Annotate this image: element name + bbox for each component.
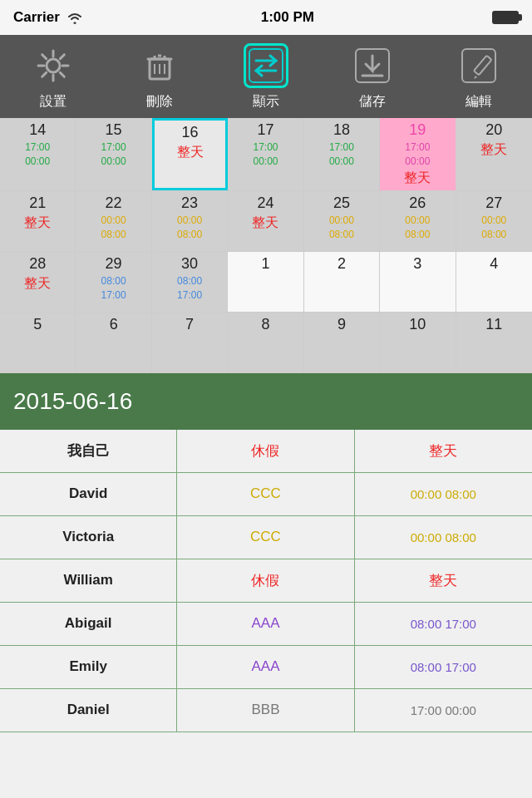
cal-day-25[interactable]: 25 00:0008:00 — [304, 191, 380, 251]
cal-day-20[interactable]: 20 整天 — [456, 118, 532, 190]
display-button[interactable]: 顯示 — [213, 43, 319, 111]
cal-day-num: 28 — [29, 255, 46, 273]
cal-day-23[interactable]: 23 00:0008:00 — [152, 191, 228, 251]
schedule-row-abigail[interactable]: Abigail AAA 08:00 17:00 — [0, 603, 532, 646]
settings-button[interactable]: 設置 — [0, 43, 106, 111]
swap-icon — [244, 43, 288, 88]
cal-day-27[interactable]: 27 00:0008:00 — [456, 191, 532, 251]
battery-icon — [492, 11, 519, 24]
cal-day-3[interactable]: 3 — [380, 252, 456, 312]
cal-day-num: 5 — [33, 316, 42, 333]
cal-day-num: 16 — [182, 124, 199, 141]
carrier-label: Carrier — [13, 9, 60, 26]
schedule-code-david: CCC — [177, 473, 354, 515]
schedule-time-victoria: 00:00 08:00 — [355, 516, 532, 559]
status-left: Carrier — [13, 9, 83, 26]
cal-day-5[interactable]: 5 — [0, 313, 76, 372]
cal-day-num: 30 — [181, 255, 198, 273]
cal-day-4[interactable]: 4 — [456, 252, 532, 312]
person-name-david: David — [0, 473, 177, 515]
schedule-row-myself[interactable]: 我自己 休假 整天 — [0, 430, 532, 473]
cal-day-30[interactable]: 30 08:0017:00 — [152, 252, 228, 312]
cal-day-7[interactable]: 7 — [152, 313, 228, 372]
cal-day-16[interactable]: 16 整天 — [152, 118, 228, 190]
schedule-code-emily: AAA — [177, 646, 354, 688]
cal-day-num: 21 — [29, 195, 46, 212]
download-icon — [350, 43, 395, 88]
cal-day-17[interactable]: 17 17:0000:00 — [228, 118, 303, 190]
svg-rect-17 — [249, 49, 283, 82]
calendar-week-2: 21 整天 22 00:0008:00 23 00:0008:00 24 整天 … — [0, 191, 532, 252]
svg-rect-23 — [474, 55, 492, 75]
cal-day-9[interactable]: 9 — [304, 313, 380, 372]
cal-day-8[interactable]: 8 — [228, 313, 303, 372]
calendar-week-1: 14 17:0000:00 15 17:0000:00 16 整天 17 17:… — [0, 118, 532, 191]
schedule-code-william: 休假 — [177, 559, 354, 602]
cal-day-1[interactable]: 1 — [228, 252, 303, 312]
cal-day-6[interactable]: 6 — [76, 313, 151, 372]
cal-day-19[interactable]: 19 17:0000:00 整天 — [380, 118, 456, 190]
cal-day-num: 4 — [490, 255, 498, 273]
calendar: 14 17:0000:00 15 17:0000:00 16 整天 17 17:… — [0, 118, 532, 373]
svg-line-6 — [60, 72, 64, 76]
cal-day-num: 27 — [485, 195, 502, 212]
save-button[interactable]: 儲存 — [319, 43, 426, 111]
cal-day-11[interactable]: 11 — [456, 313, 532, 372]
cal-day-num: 25 — [333, 195, 350, 212]
svg-line-7 — [60, 54, 64, 58]
time-display: 1:00 PM — [261, 9, 314, 26]
cal-day-28[interactable]: 28 整天 — [0, 252, 76, 312]
edit-button[interactable]: 編輯 — [426, 43, 532, 111]
cal-day-num: 9 — [337, 316, 346, 333]
battery-display — [492, 11, 519, 24]
schedule-row-daniel[interactable]: Daniel BBB 17:00 00:00 — [0, 689, 532, 732]
cal-day-29[interactable]: 29 08:0017:00 — [76, 252, 151, 312]
toolbar: 設置 刪除 — [0, 35, 532, 118]
cal-day-26[interactable]: 26 00:0008:00 — [380, 191, 456, 251]
cal-day-18[interactable]: 18 17:0000:00 — [304, 118, 380, 190]
schedule-time-myself: 整天 — [355, 430, 532, 472]
schedule-time-abigail: 08:00 17:00 — [355, 603, 532, 645]
schedule-time-william: 整天 — [355, 559, 532, 602]
cal-day-10[interactable]: 10 — [380, 313, 456, 372]
cal-day-2[interactable]: 2 — [304, 252, 380, 312]
svg-line-8 — [42, 72, 47, 76]
schedule-code-victoria: CCC — [177, 516, 354, 559]
svg-line-5 — [42, 54, 47, 58]
person-name-myself: 我自己 — [0, 430, 177, 472]
pencil-icon — [456, 43, 501, 88]
cal-day-num: 23 — [181, 195, 198, 212]
wifi-icon — [66, 12, 83, 24]
cal-day-22[interactable]: 22 00:0008:00 — [76, 191, 151, 251]
cal-day-num: 8 — [261, 316, 269, 333]
delete-label: 刪除 — [146, 93, 173, 111]
cal-day-14[interactable]: 14 17:0000:00 — [0, 118, 76, 190]
schedule-row-david[interactable]: David CCC 00:00 08:00 — [0, 473, 532, 516]
calendar-week-4: 5 6 7 8 9 10 11 — [0, 313, 532, 373]
cal-day-num: 2 — [337, 255, 346, 273]
edit-label: 編輯 — [466, 93, 492, 111]
schedule-time-emily: 08:00 17:00 — [355, 646, 532, 688]
selected-date-header: 2015-06-16 — [0, 373, 532, 430]
cal-day-24[interactable]: 24 整天 — [228, 191, 303, 251]
schedule-row-emily[interactable]: Emily AAA 08:00 17:00 — [0, 646, 532, 689]
cal-day-num: 11 — [485, 316, 502, 333]
schedule-code-myself: 休假 — [177, 430, 354, 472]
settings-label: 設置 — [40, 93, 66, 111]
cal-day-num: 18 — [333, 121, 350, 139]
schedule-table: 我自己 休假 整天 David CCC 00:00 08:00 Victoria… — [0, 430, 532, 732]
schedule-row-victoria[interactable]: Victoria CCC 00:00 08:00 — [0, 516, 532, 559]
person-name-william: William — [0, 559, 177, 602]
cal-day-num: 22 — [106, 195, 122, 212]
cal-day-21[interactable]: 21 整天 — [0, 191, 76, 251]
cal-day-15[interactable]: 15 17:0000:00 — [76, 118, 151, 190]
schedule-row-william[interactable]: William 休假 整天 — [0, 559, 532, 603]
person-name-emily: Emily — [0, 646, 177, 688]
delete-button[interactable]: 刪除 — [106, 43, 213, 111]
cal-day-num: 19 — [409, 121, 426, 139]
cal-day-num: 24 — [257, 195, 273, 212]
cal-day-num: 10 — [409, 316, 426, 333]
trash-icon — [137, 43, 182, 88]
cal-day-num: 6 — [110, 316, 118, 333]
schedule-code-abigail: AAA — [177, 603, 354, 645]
